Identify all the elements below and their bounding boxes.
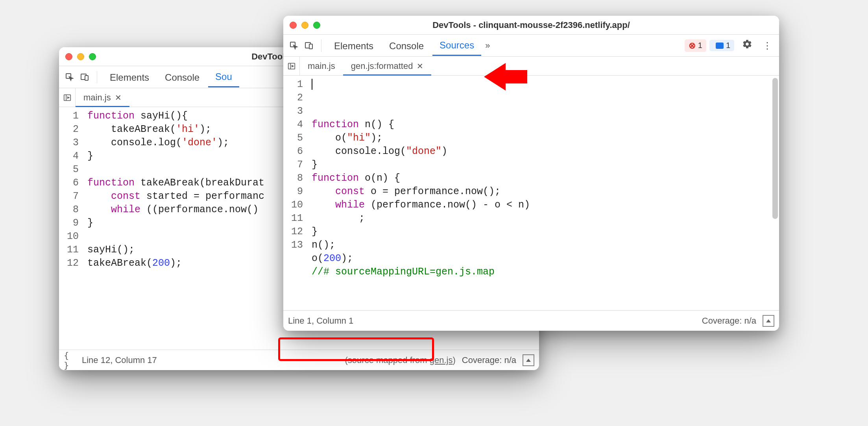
settings-icon[interactable] <box>737 39 757 52</box>
message-icon <box>716 43 724 49</box>
panel-tab-sources[interactable]: Sou <box>208 67 239 87</box>
zoom-window-button[interactable] <box>89 53 96 60</box>
code-editor[interactable]: 12345678910111213 function n() { o("hi")… <box>283 76 779 310</box>
pretty-print-icon[interactable]: { } <box>64 354 76 366</box>
file-tab-main-js[interactable]: main.js ✕ <box>76 88 129 107</box>
svg-marker-5 <box>67 97 69 98</box>
code-content[interactable]: function n() { o("hi"); console.log("don… <box>310 76 779 310</box>
file-tabbar: main.js gen.js:formatted ✕ <box>283 57 779 76</box>
file-tab-label: gen.js:formatted <box>351 61 413 71</box>
devtools-window-front: DevTools - clinquant-mousse-2f2396.netli… <box>283 16 779 331</box>
statusbar: Line 1, Column 1 Coverage: n/a <box>283 310 779 331</box>
svg-rect-2 <box>85 76 88 80</box>
close-window-button[interactable] <box>290 22 297 29</box>
main-toolbar: Elements Console Sources » 1 1 ⋮ <box>283 35 779 57</box>
cursor <box>312 79 312 90</box>
coverage-label: Coverage: n/a <box>702 316 756 326</box>
navigator-toggle-icon[interactable] <box>283 57 300 75</box>
file-tab-label: main.js <box>83 93 111 103</box>
inspect-element-icon[interactable] <box>63 70 76 84</box>
panel-tab-elements[interactable]: Elements <box>103 67 156 87</box>
coverage-label: Coverage: n/a <box>462 355 516 365</box>
zoom-window-button[interactable] <box>313 22 320 29</box>
file-tab-label: main.js <box>308 61 335 71</box>
show-drawer-icon[interactable] <box>523 354 534 366</box>
scrollbar-vertical[interactable] <box>772 78 778 219</box>
device-toggle-icon[interactable] <box>78 70 91 84</box>
inspect-element-icon[interactable] <box>287 39 301 52</box>
panel-tab-sources[interactable]: Sources <box>432 35 481 56</box>
close-tab-icon[interactable]: ✕ <box>115 93 122 102</box>
titlebar: DevTools - clinquant-mousse-2f2396.netli… <box>283 16 779 35</box>
file-tab-gen-js-formatted[interactable]: gen.js:formatted ✕ <box>343 57 432 75</box>
window-controls <box>65 53 96 60</box>
message-count: 1 <box>726 41 730 50</box>
window-controls <box>290 22 320 29</box>
more-panels-icon[interactable]: » <box>483 41 492 51</box>
navigator-toggle-icon[interactable] <box>59 88 76 107</box>
window-title: DevTools - clinquant-mousse-2f2396.netli… <box>283 20 779 30</box>
separator <box>321 39 321 52</box>
device-toggle-icon[interactable] <box>302 39 316 52</box>
separator <box>97 71 97 83</box>
svg-marker-6 <box>526 359 531 362</box>
svg-marker-12 <box>292 65 293 67</box>
svg-marker-13 <box>766 319 771 322</box>
error-count-badge[interactable]: 1 <box>685 39 706 52</box>
more-menu-icon[interactable]: ⋮ <box>759 40 775 51</box>
minimize-window-button[interactable] <box>301 22 308 29</box>
close-tab-icon[interactable]: ✕ <box>417 61 423 71</box>
close-window-button[interactable] <box>65 53 72 60</box>
panel-tab-elements[interactable]: Elements <box>327 36 380 56</box>
line-gutter: 123456789101112 <box>59 107 86 350</box>
file-tab-main-js[interactable]: main.js <box>300 57 343 75</box>
error-count: 1 <box>698 41 702 50</box>
source-mapped-link[interactable]: gen.js <box>430 355 453 365</box>
panel-tab-console[interactable]: Console <box>158 67 207 87</box>
statusbar: { } Line 12, Column 17 (source mapped fr… <box>59 350 539 370</box>
minimize-window-button[interactable] <box>77 53 84 60</box>
show-drawer-icon[interactable] <box>763 315 774 327</box>
svg-rect-9 <box>309 44 312 49</box>
source-mapped-label: (source mapped from gen.js) <box>345 355 456 365</box>
cursor-position: Line 12, Column 17 <box>82 355 157 365</box>
message-count-badge[interactable]: 1 <box>709 40 734 51</box>
cursor-position: Line 1, Column 1 <box>288 316 353 326</box>
line-gutter: 12345678910111213 <box>283 76 310 310</box>
panel-tab-console[interactable]: Console <box>382 36 431 56</box>
